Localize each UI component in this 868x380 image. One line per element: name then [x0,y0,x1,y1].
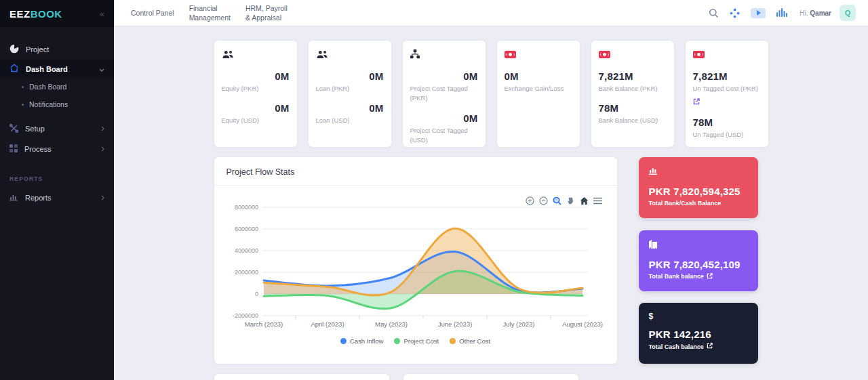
apps-icon[interactable] [730,8,740,18]
zoom-out-icon[interactable] [539,196,548,205]
tab-financial-management[interactable]: Financial Management [189,3,231,22]
tab-control-panel[interactable]: Control Panel [131,8,174,18]
stat-value: 0M [410,112,478,124]
summary-card-total-cash: $ PKR 142,216 Total Cash balance [639,303,758,364]
summary-value: PKR 142,216 [649,329,748,340]
sidebar-item-process[interactable]: Process [0,139,114,159]
stat-value: 0M [505,70,572,82]
logo-bar: EEZBOOK « [0,0,114,27]
stat-card-exchange: 0MExchange Gain/Loss [497,41,580,147]
search-icon[interactable] [709,8,719,18]
sidebar-collapse-icon[interactable]: « [100,9,104,19]
pie-chart-icon [9,44,19,55]
chevron-right-icon [101,125,104,133]
legend-item-cash-inflow[interactable]: Cash Inflow [340,337,384,345]
selection-zoom-icon[interactable] [553,196,561,205]
tools-icon [9,124,18,134]
users-icon [316,49,384,62]
stat-card-bank-balance: 7,821MBank Balance (PKR) 78MBank Balance… [591,41,674,147]
y-axis-label: 8000000 [234,204,258,211]
stat-label: Un Tagged Cost (PKR) [693,84,761,93]
legend-item-project-cost[interactable]: Project Cost [394,337,439,345]
sidebar-subitem-dashboard[interactable]: Dash Board [0,78,114,96]
sidebar: EEZBOOK « Project Dash Board Dash Board … [0,0,114,380]
bank-icon [649,239,748,251]
banknote-icon [693,49,761,62]
summary-column: PKR 7,820,594,325 Total Bank/Cash Balanc… [639,157,758,364]
x-axis-label: March (2023) [244,320,283,328]
summary-value: PKR 7,820,452,109 [649,259,748,270]
y-axis-label: -2000000 [232,312,258,319]
summary-label: Total Bank/Cash Balance [649,200,722,207]
user-greeting: Hi, Qamar [800,9,831,17]
summary-card-total-bank: PKR 7,820,452,109 Total Bank balance [639,230,758,291]
bottom-card-2 [403,374,578,380]
project-flow-chart[interactable]: 80000006000000400000020000000-2000000Mar… [214,190,617,333]
stat-card-untagged-cost: 7,821M Un Tagged Cost (PKR) 78MUn Tagged… [686,41,768,147]
banknote-icon [505,49,572,62]
legend-item-other-cost[interactable]: Other Cost [450,337,490,345]
summary-label: Total Bank balance [649,273,704,280]
chevron-right-icon [101,194,104,202]
bottom-card-1 [214,374,389,380]
users-icon [222,49,290,62]
legend-dot [450,338,456,344]
chart-legend: Cash InflowProject CostOther Cost [214,337,617,345]
sidebar-item-reports[interactable]: Reports [0,188,114,208]
x-axis-label: May (2023) [374,320,407,328]
main-content: 0MEquity (PKR) 0MEquity (USD) 0MLoan (PK… [114,26,868,380]
legend-dot [394,338,400,344]
stat-label: Loan (PKR) [316,84,384,93]
stat-card-loan: 0MLoan (PKR) 0MLoan (USD) [309,41,391,147]
zoom-in-icon[interactable] [526,196,534,205]
stat-label: Bank Balance (USD) [599,116,667,125]
play-icon [757,10,761,16]
stat-value: 0M [222,70,290,82]
chart-icon [649,166,748,178]
x-axis-label: June (2023) [437,320,472,328]
stat-value: 0M [316,70,384,82]
chart-menu-icon[interactable] [593,197,602,205]
banknote-icon [599,49,667,62]
x-axis-label: July (2023) [502,320,534,328]
stat-label: Loan (USD) [316,116,384,125]
stat-label: Project Cost Tagged (USD) [410,126,478,146]
sidebar-subitem-notifications[interactable]: Notifications [0,96,114,113]
chart-title: Project Flow Stats [214,157,617,186]
project-flow-stats-card: Project Flow Stats 800000060000004000000… [214,157,617,364]
stat-value: 7,821M [599,70,667,82]
tab-hrm-payroll[interactable]: HRM, Payroll & Appraisal [245,3,288,22]
y-axis-label: 2000000 [234,269,258,276]
legend-label: Project Cost [403,337,439,345]
avatar[interactable]: Q [840,5,856,21]
pan-icon[interactable] [566,196,575,205]
legend-dot [340,338,347,344]
external-link-icon[interactable] [693,96,761,108]
summary-label: Total Cash balance [649,343,704,350]
grid-icon [9,144,18,154]
y-axis-label: 4000000 [234,247,258,254]
play-button[interactable] [751,8,766,18]
x-axis-label: April (2023) [311,320,344,328]
app-logo[interactable]: EEZBOOK [9,8,62,20]
legend-label: Cash Inflow [350,337,384,345]
stat-label: Equity (PKR) [222,84,290,93]
external-link-icon[interactable] [707,273,713,280]
analytics-icon[interactable] [776,8,787,18]
sidebar-item-dashboard[interactable]: Dash Board [0,60,114,78]
sidebar-item-project[interactable]: Project [0,39,114,60]
sidebar-item-setup[interactable]: Setup [0,119,114,139]
stat-value: 7,821M [693,70,761,82]
external-link-icon[interactable] [707,343,713,350]
stats-row: 0MEquity (PKR) 0MEquity (USD) 0MLoan (PK… [214,41,768,147]
sidebar-menu: Project Dash Board Dash Board Notificati… [0,27,114,208]
stat-value: 0M [410,70,478,82]
legend-label: Other Cost [459,337,490,345]
reset-zoom-home-icon[interactable] [580,196,589,205]
stat-card-project-cost-tagged: 0MProject Cost Tagged (PKR) 0MProject Co… [403,41,486,147]
x-axis-label: August (2023) [562,320,603,328]
summary-card-total-bank-cash: PKR 7,820,594,325 Total Bank/Cash Balanc… [639,157,758,218]
bullet-icon [22,104,24,106]
topbar: Control Panel Financial Management HRM, … [114,0,868,26]
y-axis-label: 0 [254,291,258,297]
